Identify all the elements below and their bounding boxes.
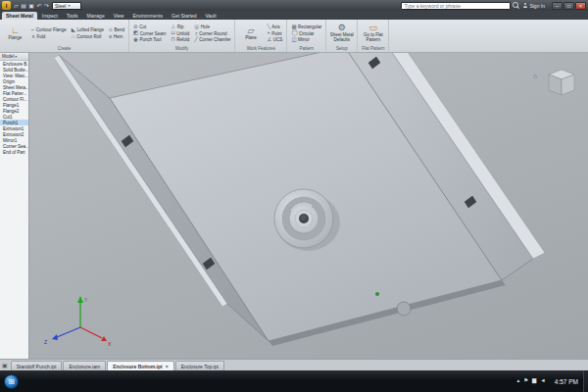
ribbon-tab-label: Inspect xyxy=(42,13,58,19)
document-tab[interactable]: Standoff Punch.ipt xyxy=(11,361,63,370)
browser-tree-item[interactable]: View: Mast... xyxy=(0,73,28,78)
ribbon-button[interactable]: ∩ Contour Roll xyxy=(71,33,105,40)
browser-item-label: End of Part xyxy=(3,150,25,155)
sign-in-button[interactable]: Sign In ▾ xyxy=(522,3,549,9)
browser-tree-item[interactable]: Flat Patter... xyxy=(0,90,28,96)
ribbon-tab[interactable]: Manage xyxy=(83,12,109,20)
ribbon-tab[interactable]: Sheet Metal xyxy=(2,12,37,20)
maximize-button[interactable]: □ xyxy=(564,2,574,10)
ribbon-tab[interactable]: View xyxy=(110,12,128,20)
ribbon-button[interactable]: ∧ Fold xyxy=(30,33,68,40)
document-tab[interactable]: Enclosure.iam xyxy=(63,361,106,370)
tray-icon[interactable]: ◄ xyxy=(540,378,545,384)
model-view[interactable]: ⌂ Y X Z xyxy=(29,53,588,359)
ribbon-tab[interactable]: Environments xyxy=(128,12,167,20)
taskbar-clock[interactable]: 4:57 PM xyxy=(555,378,578,385)
sheet-metal-part[interactable] xyxy=(54,53,545,346)
help-search xyxy=(401,2,519,10)
tray-icon[interactable]: ▴ xyxy=(516,378,519,384)
qat-icon[interactable]: ↶ xyxy=(36,3,41,9)
ribbon-group-work-features: ▱ Plane ╲ Axis + Point ∠ xyxy=(235,20,287,52)
browser-item-label: Flange1 xyxy=(3,103,19,108)
ribbon-button[interactable]: ◫ Mirror xyxy=(290,36,322,43)
ribbon-group-modify: ⊘ Cut ◩ Corner Seam ◉ Punch Tool ⊥ xyxy=(129,20,235,52)
document-tab-label: Enclosure Top.ipt xyxy=(181,364,219,369)
group-label-modify: Modify xyxy=(132,46,231,52)
ribbon-button-label: Axis xyxy=(271,24,280,29)
browser-item-label: Extrusion2 xyxy=(3,132,24,137)
browser-item-label: View: Mast... xyxy=(3,74,28,78)
ribbon-button[interactable]: ≡ Hem xyxy=(108,33,125,40)
punch-hole[interactable] xyxy=(299,214,309,223)
ribbon-button-icon: ╱ xyxy=(194,37,197,43)
ribbon-button-icon: ≡ xyxy=(109,34,112,40)
document-tab[interactable]: Enclosure Top.ipt xyxy=(175,361,224,370)
ribbon: ∟ Flange ⌐ Contour Flange ∧ Fold xyxy=(0,20,588,53)
home-icon[interactable]: ⌂ xyxy=(533,73,537,79)
ribbon-button-label: UCS xyxy=(273,37,283,42)
tray-icon[interactable]: ⚑ xyxy=(523,378,528,384)
minimize-button[interactable]: – xyxy=(552,2,563,10)
browser-tree-item[interactable]: Enclosure B... xyxy=(0,61,28,67)
group-label-work-features: Work Features xyxy=(238,46,283,52)
ribbon-button-label: Corner Round xyxy=(199,31,226,36)
browser-tree-item[interactable]: Solid Bodie... xyxy=(0,67,28,73)
qat-icon[interactable]: ▤ xyxy=(21,3,26,9)
chevron-down-icon: ▾ xyxy=(547,3,549,8)
browser-item-label: Flat Patter... xyxy=(3,91,26,96)
qat-icon[interactable]: ▣ xyxy=(28,3,34,9)
ribbon-group-flat-pattern: ▭ Go to Flat Pattern Flat Pattern xyxy=(358,20,389,52)
ribbon-button-icon: ⌐ xyxy=(31,27,34,33)
document-tab-label: Enclosure Bottom.ipt xyxy=(113,364,163,369)
ribbon-button-label: Rip xyxy=(177,24,184,29)
search-input[interactable] xyxy=(401,2,511,10)
browser-tree-item[interactable]: Sheet Meta... xyxy=(0,84,28,90)
ribbon-button-label: Refold xyxy=(176,37,189,42)
plane-button[interactable]: ▱ Plane xyxy=(238,21,263,46)
close-button[interactable]: × xyxy=(575,2,586,10)
ribbon-button[interactable]: ╱ Corner Chamfer xyxy=(193,36,231,43)
go-to-flat-pattern-button[interactable]: ▭ Go to Flat Pattern xyxy=(361,21,385,46)
browser-tree-item[interactable]: End of Part xyxy=(0,149,28,155)
tray-icon[interactable]: ▆ xyxy=(532,378,536,384)
ribbon-button-label: Contour Roll xyxy=(76,34,101,39)
ribbon-button-label: Circular xyxy=(299,31,315,36)
browser-tree-item[interactable]: Contour Fl... xyxy=(0,96,28,102)
ribbon-tab[interactable]: Vault xyxy=(202,12,220,20)
ribbon-tab[interactable]: Inspect xyxy=(38,12,62,20)
ribbon-tab[interactable]: Tools xyxy=(63,12,82,20)
sign-in-label: Sign In xyxy=(529,3,545,9)
document-tabs-corner-icon[interactable]: ▣ xyxy=(2,362,8,368)
start-button[interactable]: ⊞ xyxy=(4,374,19,389)
browser-item-label: Sheet Meta... xyxy=(3,85,28,90)
chevron-down-icon: ▾ xyxy=(15,54,17,59)
ribbon-button-label: Bend xyxy=(115,27,125,32)
view-cube[interactable]: ⌂ xyxy=(533,70,574,95)
ribbon-button[interactable]: ∠ UCS xyxy=(266,36,283,43)
app-menu-button[interactable]: I xyxy=(2,1,11,10)
flange-button[interactable]: ∟ Flange xyxy=(3,21,27,46)
browser-tree-item[interactable]: Corner Sea... xyxy=(0,143,28,149)
qat-icon[interactable]: ▱ xyxy=(14,3,19,9)
qat-icon[interactable]: ↷ xyxy=(44,3,49,9)
document-tab[interactable]: Enclosure Bottom.ipt × xyxy=(107,361,173,370)
ribbon-button-label: Contour Flange xyxy=(36,27,67,32)
ribbon-button[interactable]: ◉ Punch Tool xyxy=(132,36,167,43)
close-tab-icon[interactable]: × xyxy=(166,364,169,369)
browser-header[interactable]: Model ▾ xyxy=(0,53,28,61)
viewport-canvas[interactable]: ⌂ Y X Z xyxy=(29,53,588,359)
sheet-metal-defaults-button[interactable]: ⚙ Sheet Metal Defaults xyxy=(329,21,354,46)
ribbon-button-label: Rectangular xyxy=(298,24,321,29)
ribbon-tab[interactable]: Get Started xyxy=(168,12,201,20)
ribbon-tab-label: Sheet Metal xyxy=(6,13,33,19)
triad-x-label: X xyxy=(108,341,112,347)
search-icon[interactable] xyxy=(513,2,519,9)
ribbon-button[interactable]: ⊓ Refold xyxy=(171,36,191,43)
material-select[interactable]: Steel ▾ xyxy=(52,2,81,10)
show-desktop-button[interactable] xyxy=(583,370,588,392)
model-browser-panel: Model ▾ Enclosure B...Solid Bodie...View… xyxy=(0,53,29,359)
flat-pattern-icon: ▭ xyxy=(369,24,378,32)
ribbon-button-label: Corner Chamfer xyxy=(199,37,230,42)
browser-item-label: Corner Sea... xyxy=(3,144,28,149)
browser-tree: Enclosure B...Solid Bodie...View: Mast..… xyxy=(0,61,28,155)
